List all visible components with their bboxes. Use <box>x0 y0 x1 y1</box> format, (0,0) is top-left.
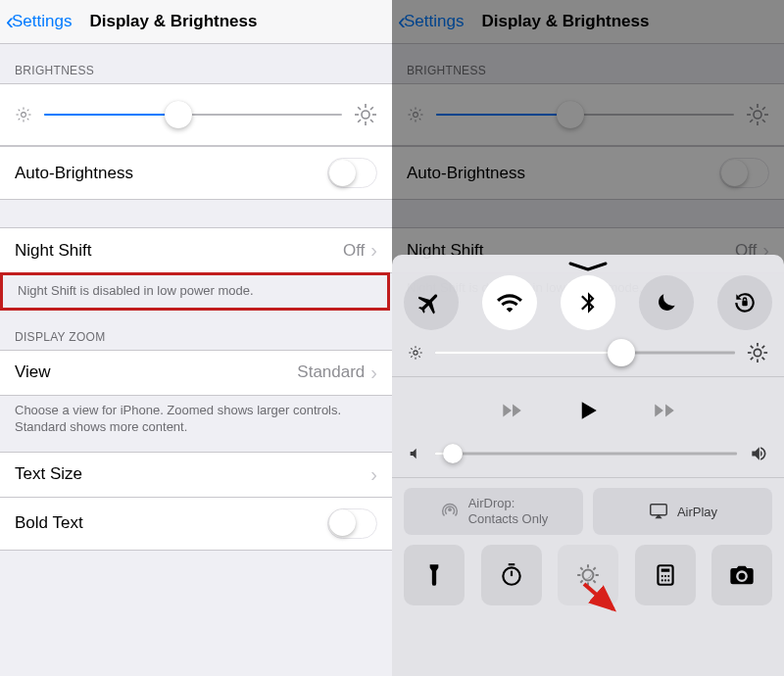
svg-line-35 <box>762 107 765 110</box>
grabber-icon[interactable] <box>568 262 608 267</box>
airplane-icon <box>418 290 444 315</box>
wifi-icon <box>497 290 522 315</box>
night-shift-label: Night Shift <box>15 241 91 261</box>
svg-line-45 <box>418 348 419 349</box>
auto-brightness-toggle[interactable] <box>327 158 377 188</box>
svg-point-60 <box>583 570 594 581</box>
cc-volume-slider[interactable] <box>435 440 737 467</box>
svg-point-57 <box>503 567 519 584</box>
bold-text-toggle[interactable] <box>327 508 377 539</box>
sun-large-icon <box>354 103 377 126</box>
svg-line-17 <box>370 107 373 110</box>
svg-point-74 <box>661 579 662 581</box>
svg-point-37 <box>414 351 417 355</box>
bold-text-label: Bold Text <box>15 513 83 533</box>
group-header-brightness: BRIGHTNESS <box>392 44 784 83</box>
highlight-annotation: Night Shift is disabled in low power mod… <box>0 272 390 311</box>
svg-line-26 <box>419 110 421 112</box>
divider <box>392 477 784 478</box>
svg-point-46 <box>754 349 760 356</box>
svg-line-42 <box>411 348 412 349</box>
svg-point-55 <box>448 507 452 511</box>
back-label: Settings <box>12 12 72 31</box>
auto-brightness-label: Auto-Brightness <box>407 164 525 183</box>
settings-screen-left: ‹ Settings Display & Brightness BRIGHTNE… <box>0 0 392 676</box>
cc-brightness-slider-row[interactable] <box>408 339 768 366</box>
svg-line-53 <box>751 358 754 361</box>
dnd-toggle[interactable] <box>639 275 694 330</box>
next-track-button[interactable] <box>650 398 679 423</box>
calculator-button[interactable] <box>635 545 696 605</box>
prev-track-button[interactable] <box>497 398 526 423</box>
text-size-row[interactable]: Text Size › <box>0 452 392 498</box>
svg-line-23 <box>411 110 413 112</box>
svg-line-24 <box>419 119 421 121</box>
timer-button[interactable] <box>481 545 542 605</box>
sun-large-icon <box>747 342 768 363</box>
auto-brightness-toggle[interactable] <box>719 158 769 188</box>
auto-brightness-row: Auto-Brightness <box>392 146 784 200</box>
shortcut-row <box>404 545 772 605</box>
divider <box>392 376 784 377</box>
calculator-icon <box>653 562 678 588</box>
svg-line-14 <box>358 107 361 110</box>
airbox-row: AirDrop: Contacts Only AirPlay <box>404 488 772 535</box>
svg-line-5 <box>19 110 21 112</box>
svg-line-33 <box>762 120 765 122</box>
airdrop-button[interactable]: AirDrop: Contacts Only <box>404 488 583 535</box>
sun-small-icon <box>408 345 423 361</box>
flashlight-icon <box>421 562 447 588</box>
bluetooth-toggle[interactable] <box>561 275 615 330</box>
svg-line-15 <box>370 120 373 122</box>
control-center: AirDrop: Contacts Only AirPlay <box>392 255 784 676</box>
play-button[interactable] <box>573 395 603 426</box>
svg-line-65 <box>580 567 582 569</box>
chevron-right-icon: › <box>370 463 377 486</box>
svg-line-32 <box>750 107 753 110</box>
view-row[interactable]: View Standard › <box>0 350 392 396</box>
svg-point-0 <box>22 113 26 118</box>
auto-brightness-row: Auto-Brightness <box>0 146 392 200</box>
svg-line-25 <box>411 119 413 121</box>
svg-line-7 <box>19 119 21 121</box>
brightness-slider[interactable] <box>44 101 342 128</box>
brightness-slider-row[interactable] <box>392 83 784 146</box>
svg-point-75 <box>663 579 665 581</box>
svg-line-66 <box>593 580 595 582</box>
svg-point-9 <box>362 111 369 119</box>
airplay-button[interactable]: AirPlay <box>593 488 772 535</box>
cc-brightness-slider[interactable] <box>435 339 735 366</box>
airdrop-subtitle: Contacts Only <box>468 511 549 527</box>
volume-low-icon <box>408 446 423 461</box>
group-header-display-zoom: DISPLAY ZOOM <box>0 311 392 350</box>
sun-small-icon <box>407 106 424 123</box>
back-button[interactable]: ‹ Settings <box>398 10 464 33</box>
volume-high-icon <box>749 444 768 463</box>
bold-text-row: Bold Text <box>0 497 392 551</box>
svg-line-44 <box>411 356 412 357</box>
brightness-slider[interactable] <box>436 101 734 128</box>
svg-line-51 <box>751 346 754 349</box>
airdrop-icon <box>439 501 461 522</box>
cc-volume-row[interactable] <box>408 440 768 467</box>
timer-icon <box>499 562 524 588</box>
airplay-icon <box>648 501 669 522</box>
moon-icon <box>654 290 679 315</box>
wifi-toggle[interactable] <box>482 275 537 330</box>
night-shift-button[interactable] <box>558 545 618 605</box>
svg-rect-70 <box>661 569 669 572</box>
night-shift-row[interactable]: Night Shift Off › <box>0 227 392 273</box>
nav-bar: ‹ Settings Display & Brightness <box>0 0 392 44</box>
page-title: Display & Brightness <box>89 12 257 31</box>
back-button[interactable]: ‹ Settings <box>6 10 72 33</box>
camera-button[interactable] <box>711 545 772 605</box>
rotation-lock-toggle[interactable] <box>717 275 772 330</box>
flashlight-button[interactable] <box>404 545 465 605</box>
media-controls <box>404 395 772 426</box>
auto-brightness-label: Auto-Brightness <box>15 164 133 183</box>
brightness-slider-row[interactable] <box>0 83 392 146</box>
page-title: Display & Brightness <box>481 12 649 31</box>
nav-bar: ‹ Settings Display & Brightness <box>392 0 784 44</box>
airplane-toggle[interactable] <box>404 275 459 330</box>
svg-line-8 <box>27 110 29 112</box>
